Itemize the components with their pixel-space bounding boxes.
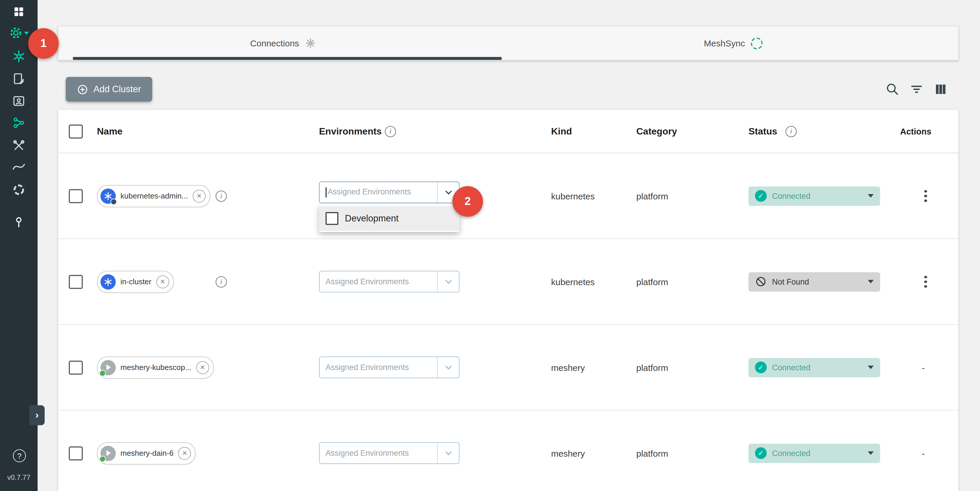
dropdown-item-checkbox[interactable] — [326, 212, 339, 225]
chevron-down-icon — [24, 32, 29, 34]
dropdown-item-development[interactable]: Development — [319, 206, 460, 231]
toolkit-icon[interactable] — [0, 137, 38, 154]
connections-spinner-icon — [305, 38, 316, 49]
sidebar-expand-button[interactable]: › — [29, 405, 45, 425]
columns-view-icon[interactable] — [934, 82, 948, 96]
connection-status-dot — [110, 198, 117, 205]
add-cluster-label: Add Cluster — [94, 84, 141, 95]
chevron-down-icon[interactable] — [868, 451, 873, 455]
row-actions-none: - — [922, 362, 925, 372]
tab-meshsync[interactable]: MeshSync — [508, 26, 958, 60]
extensions-icon[interactable] — [0, 181, 38, 198]
chevron-down-icon[interactable] — [868, 365, 873, 369]
connected-check-icon: ✓ — [755, 361, 767, 373]
category-cell: platform — [636, 362, 668, 372]
connected-check-icon: ✓ — [755, 447, 767, 459]
connection-name: meshery-kubescop... — [121, 363, 191, 372]
add-cluster-button[interactable]: Add Cluster — [66, 77, 152, 102]
help-icon[interactable]: ? — [13, 449, 26, 462]
active-tab-indicator — [73, 57, 502, 60]
filter-icon[interactable] — [910, 82, 924, 96]
chip-delete-icon[interactable]: × — [196, 361, 209, 374]
row-checkbox[interactable] — [69, 275, 83, 289]
environments-placeholder: Assigned Environments — [320, 363, 437, 372]
environments-select[interactable]: Assigned Environments — [319, 271, 460, 292]
connection-chip[interactable]: in-cluster × — [97, 270, 174, 293]
chip-delete-icon[interactable]: × — [178, 447, 191, 459]
row-checkbox[interactable] — [69, 360, 83, 374]
kind-cell: meshery — [551, 448, 585, 458]
table-toolbar-icons — [885, 82, 948, 96]
status-label: Connected — [772, 449, 810, 458]
meshery-app: › ? v0.7.77 1 2 Connections MeshSync Add… — [0, 0, 980, 491]
chip-delete-icon[interactable]: × — [156, 275, 169, 288]
connection-name: meshery-dain-6 — [121, 449, 173, 458]
header-status[interactable]: Status — [749, 126, 777, 137]
table-row: kubernetes-admin... × i Assigned Environ… — [58, 153, 958, 239]
connection-info-icon[interactable]: i — [216, 190, 227, 202]
status-chip[interactable]: ✓ Connected — [749, 443, 880, 463]
row-actions-menu[interactable] — [921, 272, 931, 291]
text-cursor — [326, 188, 326, 197]
status-info-icon[interactable]: i — [786, 126, 797, 137]
network-icon[interactable] — [0, 114, 38, 131]
kind-cell: kubernetes — [551, 276, 595, 287]
connection-name: kubernetes-admin... — [121, 191, 188, 200]
annotation-badge-2: 2 — [452, 186, 483, 217]
environments-select[interactable]: Assigned Environments — [319, 181, 460, 203]
category-cell: platform — [636, 276, 668, 287]
table-row: meshery-dain-6 × Assigned Environments m… — [58, 410, 958, 491]
chevron-down-icon[interactable] — [437, 443, 459, 463]
meshery-icon — [100, 360, 116, 375]
header-environments[interactable]: Environments — [319, 126, 382, 137]
tab-bar: Connections MeshSync — [58, 26, 958, 60]
chevron-down-icon[interactable] — [868, 280, 873, 283]
connection-info-icon[interactable]: i — [216, 276, 227, 287]
status-chip[interactable]: Not Found — [749, 272, 880, 291]
environments-placeholder: Assigned Environments — [320, 277, 437, 286]
status-label: Connected — [772, 191, 810, 200]
chevron-down-icon[interactable] — [437, 357, 459, 378]
dropdown-item-label: Development — [345, 213, 399, 224]
table-header-row: Name Environments i Kind Category Status… — [58, 110, 958, 153]
annotation-badge-1: 1 — [28, 28, 59, 59]
kind-cell: meshery — [551, 362, 585, 372]
chevron-down-icon[interactable] — [437, 271, 459, 292]
status-chip[interactable]: ✓ Connected — [749, 186, 880, 205]
select-all-checkbox[interactable] — [69, 124, 83, 138]
search-icon[interactable] — [885, 82, 899, 96]
header-kind[interactable]: Kind — [551, 126, 572, 137]
status-chip[interactable]: ✓ Connected — [749, 358, 880, 377]
kind-cell: kubernetes — [551, 191, 595, 201]
environments-info-icon[interactable]: i — [385, 126, 396, 137]
connection-chip[interactable]: meshery-dain-6 × — [97, 442, 196, 464]
row-checkbox[interactable] — [69, 446, 83, 460]
meshsync-spinner-icon — [751, 37, 763, 49]
status-label: Connected — [772, 363, 810, 372]
configuration-icon[interactable] — [0, 70, 38, 87]
category-cell: platform — [636, 191, 668, 201]
header-actions: Actions — [900, 127, 931, 136]
chip-delete-icon[interactable]: × — [193, 189, 206, 202]
environments-select[interactable]: Assigned Environments — [319, 356, 460, 378]
apps-grid-icon[interactable] — [0, 3, 38, 20]
connection-status-dot — [99, 370, 106, 376]
location-icon[interactable] — [0, 214, 38, 230]
row-checkbox[interactable] — [69, 189, 83, 203]
environments-select[interactable]: Assigned Environments — [319, 442, 460, 464]
category-cell: platform — [636, 448, 668, 458]
performance-icon[interactable] — [0, 159, 38, 175]
connection-chip[interactable]: meshery-kubescop... × — [97, 356, 213, 378]
connection-chip[interactable]: kubernetes-admin... × — [97, 185, 210, 207]
header-name[interactable]: Name — [97, 126, 123, 137]
row-actions-menu[interactable] — [921, 186, 931, 205]
kubernetes-icon — [100, 274, 116, 289]
not-found-icon — [755, 276, 767, 288]
tab-connections[interactable]: Connections — [58, 26, 508, 60]
environments-dropdown: Development — [319, 205, 460, 232]
header-category[interactable]: Category — [636, 126, 677, 137]
chevron-down-icon[interactable] — [868, 194, 873, 198]
meshery-icon — [100, 445, 116, 461]
kubernetes-icon — [100, 188, 116, 203]
users-icon[interactable] — [0, 93, 38, 109]
